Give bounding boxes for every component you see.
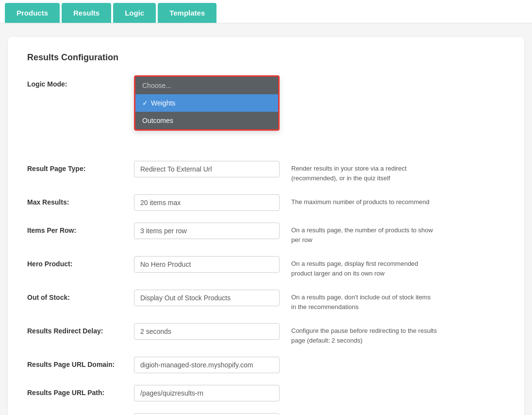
- results-page-url-domain-input[interactable]: [134, 357, 280, 373]
- results-redirect-delay-hint: Configure the pause before redirecting t…: [291, 323, 437, 345]
- result-page-type-label: Result Page Type:: [27, 161, 134, 173]
- hero-product-label: Hero Product:: [27, 256, 134, 268]
- hero-product-input[interactable]: [134, 256, 280, 273]
- items-per-row-hint: On a results page, the number of product…: [291, 223, 437, 244]
- max-results-hint: The maximum number of products to recomm…: [291, 194, 430, 207]
- result-page-type-hint: Render results in your store via a redir…: [291, 161, 437, 183]
- results-page-url-query-row: Results Page URL Query: email=[EMAIL]&ph…: [27, 413, 505, 415]
- results-redirect-delay-row: Results Redirect Delay: Configure the pa…: [27, 323, 505, 345]
- results-page-url-domain-row: Results Page URL Domain:: [27, 357, 505, 373]
- results-page-url-query-hint: Additional url parameters can be configu…: [291, 413, 437, 415]
- tab-logic[interactable]: Logic: [113, 3, 156, 23]
- result-page-type-input[interactable]: [134, 161, 280, 177]
- hero-product-control: [134, 256, 280, 273]
- hero-product-hint: On a results page, display first recomme…: [291, 256, 437, 278]
- out-of-stock-label: Out of Stock:: [27, 290, 134, 301]
- items-per-row-label: Items Per Row:: [27, 223, 134, 234]
- out-of-stock-input[interactable]: [134, 290, 280, 306]
- tab-results[interactable]: Results: [62, 3, 111, 23]
- items-per-row-row: Items Per Row: On a results page, the nu…: [27, 223, 505, 244]
- dropdown-option-weights[interactable]: ✓Weights: [135, 94, 278, 112]
- results-redirect-delay-label: Results Redirect Delay:: [27, 323, 134, 335]
- main-content: Results Configuration Logic Mode: Choose…: [0, 29, 532, 415]
- dropdown-option-outcomes[interactable]: Outcomes: [135, 112, 278, 129]
- results-page-url-path-row: Results Page URL Path:: [27, 385, 505, 401]
- results-config-card: Results Configuration Logic Mode: Choose…: [8, 37, 524, 415]
- hero-product-row: Hero Product: On a results page, display…: [27, 256, 505, 278]
- out-of-stock-control: [134, 290, 280, 306]
- logic-mode-label: Logic Mode:: [27, 76, 134, 88]
- result-page-type-control: [134, 161, 280, 177]
- logic-mode-control: Choose... ✓Weights Outcomes: [134, 76, 280, 93]
- results-redirect-delay-input[interactable]: [134, 323, 280, 340]
- tab-templates[interactable]: Templates: [158, 3, 216, 23]
- results-page-url-query-control: email=[EMAIL]&phone= [PHONE]&full_name= …: [134, 413, 280, 415]
- logic-mode-dropdown[interactable]: Choose... ✓Weights Outcomes: [134, 75, 280, 131]
- checkmark-icon: ✓: [142, 99, 148, 107]
- results-page-url-query-textarea[interactable]: email=[EMAIL]&phone= [PHONE]&full_name= …: [134, 413, 280, 415]
- section-title: Results Configuration: [27, 52, 505, 63]
- tab-products[interactable]: Products: [5, 3, 60, 23]
- logic-mode-row: Logic Mode: Choose... ✓Weights Outcomes: [27, 76, 505, 93]
- dropdown-option-choose[interactable]: Choose...: [135, 77, 278, 94]
- max-results-label: Max Results:: [27, 194, 134, 206]
- results-page-url-path-input[interactable]: [134, 385, 280, 401]
- items-per-row-input[interactable]: [134, 223, 280, 239]
- items-per-row-control: [134, 223, 280, 239]
- results-page-url-domain-label: Results Page URL Domain:: [27, 357, 134, 368]
- result-page-type-row: Result Page Type: Render results in your…: [27, 161, 505, 183]
- results-page-url-path-label: Results Page URL Path:: [27, 385, 134, 397]
- tab-bar: Products Results Logic Templates: [0, 0, 532, 23]
- out-of-stock-hint: On a results page, don't include out of …: [291, 290, 437, 311]
- results-page-url-path-control: [134, 385, 280, 401]
- results-redirect-delay-control: [134, 323, 280, 340]
- max-results-control: [134, 194, 280, 211]
- out-of-stock-row: Out of Stock: On a results page, don't i…: [27, 290, 505, 311]
- results-page-url-domain-control: [134, 357, 280, 373]
- results-page-url-query-label: Results Page URL Query:: [27, 413, 134, 415]
- max-results-input[interactable]: [134, 194, 280, 211]
- max-results-row: Max Results: The maximum number of produ…: [27, 194, 505, 211]
